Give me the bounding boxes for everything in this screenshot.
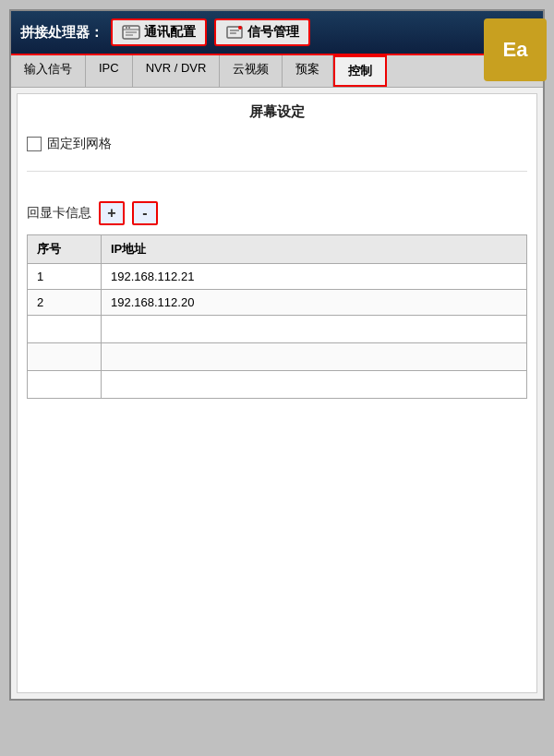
tab-input-signal[interactable]: 输入信号 bbox=[11, 55, 86, 87]
signal-manage-button[interactable]: 信号管理 bbox=[214, 18, 310, 46]
comm-config-icon bbox=[122, 25, 140, 40]
content-area: 屏幕设定 固定到网格 回显卡信息 + - 序号 IP地址 bbox=[17, 93, 537, 693]
table-row-empty-2 bbox=[28, 343, 527, 371]
svg-point-9 bbox=[238, 26, 242, 30]
comm-config-button[interactable]: 通讯配置 bbox=[111, 18, 207, 46]
tab-cloud-video[interactable]: 云视频 bbox=[220, 55, 283, 87]
table-row: 1 192.168.112.21 bbox=[28, 264, 527, 290]
tab-preset[interactable]: 预案 bbox=[283, 55, 333, 87]
table-header-seq: 序号 bbox=[28, 235, 102, 264]
card-info-label: 回显卡信息 bbox=[27, 205, 91, 222]
divider-1 bbox=[27, 171, 527, 172]
fix-to-grid-checkbox[interactable] bbox=[27, 137, 42, 151]
tab-ipc[interactable]: IPC bbox=[86, 55, 133, 87]
table-cell-ip-3 bbox=[102, 316, 527, 343]
table-cell-seq-4 bbox=[28, 343, 102, 371]
title-bar: 拼接处理器： 通讯配置 bbox=[11, 11, 543, 55]
table-cell-ip-2: 192.168.112.20 bbox=[102, 290, 527, 316]
table-cell-seq-3 bbox=[28, 316, 102, 343]
table-cell-seq-1: 1 bbox=[28, 264, 102, 290]
title-label: 拼接处理器： bbox=[20, 24, 103, 42]
fix-to-grid-row: 固定到网格 bbox=[27, 136, 527, 152]
table-row-empty-3 bbox=[28, 371, 527, 399]
screen-settings-title: 屏幕设定 bbox=[27, 103, 527, 121]
tab-bar: 输入信号 IPC NVR / DVR 云视频 预案 控制 bbox=[11, 55, 543, 88]
fix-to-grid-label: 固定到网格 bbox=[47, 136, 112, 152]
add-card-button[interactable]: + bbox=[99, 201, 125, 225]
card-info-header: 回显卡信息 + - bbox=[27, 201, 527, 225]
table-row: 2 192.168.112.20 bbox=[28, 290, 527, 316]
table-cell-ip-1: 192.168.112.21 bbox=[102, 264, 527, 290]
table-header-ip: IP地址 bbox=[102, 235, 527, 264]
table-cell-seq-2: 2 bbox=[28, 290, 102, 316]
table-row-empty-1 bbox=[28, 316, 527, 343]
svg-point-3 bbox=[128, 27, 130, 29]
comm-config-label: 通讯配置 bbox=[144, 24, 196, 41]
remove-card-button[interactable]: - bbox=[132, 201, 158, 225]
signal-manage-icon bbox=[225, 25, 244, 40]
ea-badge: Ea bbox=[484, 18, 547, 81]
table-cell-seq-5 bbox=[28, 371, 102, 399]
svg-point-2 bbox=[126, 27, 127, 29]
signal-manage-label: 信号管理 bbox=[247, 24, 299, 41]
tab-control[interactable]: 控制 bbox=[333, 55, 387, 87]
card-info-table: 序号 IP地址 1 192.168.112.21 2 192.168.112.2… bbox=[27, 234, 527, 399]
table-cell-ip-4 bbox=[102, 343, 527, 371]
table-cell-ip-5 bbox=[102, 371, 527, 399]
tab-nvr-dvr[interactable]: NVR / DVR bbox=[133, 55, 221, 87]
